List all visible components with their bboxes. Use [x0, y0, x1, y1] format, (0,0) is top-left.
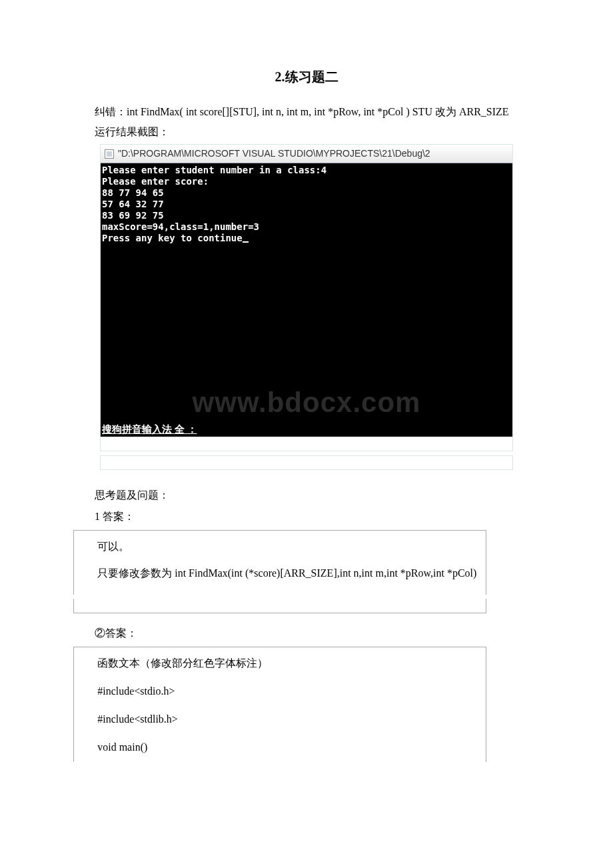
- console-text: Please enter student number in a class:4…: [101, 163, 512, 244]
- console-line: maxScore=94,class=1,number=3: [102, 221, 259, 232]
- console-titlebar: "D:\PROGRAM\MICROSOFT VISUAL STUDIO\MYPR…: [101, 145, 512, 163]
- console-line: Press any key to continue: [102, 233, 243, 243]
- answer-1-box: 可以。 只要修改参数为 int FindMax(int (*score)[ARR…: [73, 530, 486, 595]
- table-row-blank: [73, 599, 486, 613]
- cursor-icon: [243, 241, 249, 243]
- correction-paragraph: 纠错：int FindMax( int score[][STU], int n,…: [73, 104, 540, 120]
- console-line: 57 64 32 77: [102, 199, 164, 209]
- answer-2-label: ②答案：: [73, 625, 540, 641]
- answer-2-line: #include<stdlib.h>: [74, 711, 486, 727]
- answer-2-line: 函数文本（修改部分红色字体标注）: [74, 655, 486, 671]
- answer-2-line: #include<stdio.h>: [74, 683, 486, 699]
- console-window: "D:\PROGRAM\MICROSOFT VISUAL STUDIO\MYPR…: [100, 144, 513, 437]
- table-row-blank: [100, 455, 513, 470]
- console-titlebar-text: "D:\PROGRAM\MICROSOFT VISUAL STUDIO\MYPR…: [118, 147, 430, 161]
- watermark-text: www.bdocx.com: [101, 397, 512, 408]
- questions-header: 思考题及问题：: [73, 487, 540, 503]
- ime-status: 搜狗拼音输入法 全 ：: [102, 424, 197, 435]
- answer-1-line: 可以。: [74, 539, 486, 555]
- page-title: 2.练习题二: [73, 67, 540, 87]
- table-row-blank: [100, 437, 513, 451]
- answer-1-label: 1 答案：: [73, 509, 540, 525]
- answer-1-line: 只要修改参数为 int FindMax(int (*score)[ARR_SIZ…: [74, 565, 486, 581]
- run-result-caption: 运行结果截图：: [73, 124, 540, 140]
- answer-2-line: void main(): [74, 739, 486, 755]
- answer-2-box: 函数文本（修改部分红色字体标注） #include<stdio.h> #incl…: [73, 647, 486, 762]
- app-icon: [105, 149, 114, 159]
- console-line: Please enter score:: [102, 176, 209, 187]
- console-line: 83 69 92 75: [102, 210, 164, 221]
- console-output: Please enter student number in a class:4…: [101, 163, 512, 437]
- console-line: Please enter student number in a class:4: [102, 165, 326, 175]
- console-line: 88 77 94 65: [102, 187, 164, 198]
